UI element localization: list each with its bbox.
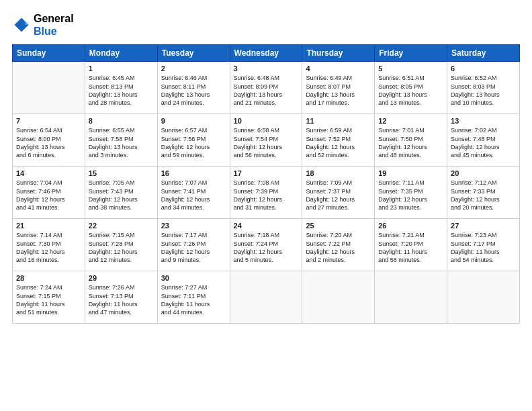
calendar-cell: 25Sunrise: 7:20 AM Sunset: 7:22 PM Dayli… xyxy=(302,219,375,271)
day-info: Sunrise: 7:20 AM Sunset: 7:22 PM Dayligh… xyxy=(306,231,371,264)
day-number: 2 xyxy=(161,64,226,73)
day-info: Sunrise: 7:11 AM Sunset: 7:35 PM Dayligh… xyxy=(378,179,443,212)
calendar-cell: 4Sunrise: 6:49 AM Sunset: 8:07 PM Daylig… xyxy=(302,62,375,114)
day-info: Sunrise: 7:09 AM Sunset: 7:37 PM Dayligh… xyxy=(306,179,371,212)
day-number: 20 xyxy=(451,169,516,177)
calendar-cell: 19Sunrise: 7:11 AM Sunset: 7:35 PM Dayli… xyxy=(375,167,447,219)
day-number: 22 xyxy=(89,222,154,230)
day-info: Sunrise: 7:23 AM Sunset: 7:17 PM Dayligh… xyxy=(451,231,516,264)
day-number: 26 xyxy=(378,222,443,230)
day-number: 3 xyxy=(234,64,299,73)
calendar-cell xyxy=(230,271,302,324)
day-number: 1 xyxy=(89,64,154,73)
weekday-header-thursday: Thursday xyxy=(302,45,375,62)
day-number: 28 xyxy=(16,274,81,282)
day-info: Sunrise: 7:04 AM Sunset: 7:46 PM Dayligh… xyxy=(16,179,81,212)
page: General Blue SundayMondayTuesdayWednesda… xyxy=(0,0,532,411)
day-info: Sunrise: 6:51 AM Sunset: 8:05 PM Dayligh… xyxy=(378,74,443,107)
calendar-cell: 24Sunrise: 7:18 AM Sunset: 7:24 PM Dayli… xyxy=(230,219,302,271)
day-info: Sunrise: 7:18 AM Sunset: 7:24 PM Dayligh… xyxy=(234,231,299,264)
day-number: 30 xyxy=(161,274,226,282)
day-number: 19 xyxy=(378,169,443,177)
header: General Blue xyxy=(12,12,520,38)
day-number: 8 xyxy=(89,117,154,125)
day-number: 16 xyxy=(161,169,226,177)
calendar-table: SundayMondayTuesdayWednesdayThursdayFrid… xyxy=(12,44,520,324)
calendar-cell: 21Sunrise: 7:14 AM Sunset: 7:30 PM Dayli… xyxy=(13,219,85,271)
calendar-cell: 13Sunrise: 7:02 AM Sunset: 7:48 PM Dayli… xyxy=(447,114,520,167)
day-number: 6 xyxy=(451,64,516,73)
calendar-cell xyxy=(13,62,85,114)
day-info: Sunrise: 6:55 AM Sunset: 7:58 PM Dayligh… xyxy=(89,126,154,159)
day-info: Sunrise: 6:58 AM Sunset: 7:54 PM Dayligh… xyxy=(234,126,299,159)
calendar-cell: 28Sunrise: 7:24 AM Sunset: 7:15 PM Dayli… xyxy=(13,271,85,324)
calendar-cell: 9Sunrise: 6:57 AM Sunset: 7:56 PM Daylig… xyxy=(157,114,230,167)
weekday-header-sunday: Sunday xyxy=(13,45,85,62)
calendar-cell xyxy=(302,271,375,324)
day-info: Sunrise: 7:12 AM Sunset: 7:33 PM Dayligh… xyxy=(451,179,516,212)
calendar-cell: 22Sunrise: 7:15 AM Sunset: 7:28 PM Dayli… xyxy=(85,219,157,271)
day-info: Sunrise: 7:24 AM Sunset: 7:15 PM Dayligh… xyxy=(16,283,81,316)
day-info: Sunrise: 7:21 AM Sunset: 7:20 PM Dayligh… xyxy=(378,231,443,264)
weekday-header-monday: Monday xyxy=(85,45,157,62)
day-number: 27 xyxy=(451,222,516,230)
calendar-cell xyxy=(447,271,520,324)
day-number: 14 xyxy=(16,169,81,177)
day-number: 23 xyxy=(161,222,226,230)
calendar-cell: 6Sunrise: 6:52 AM Sunset: 8:03 PM Daylig… xyxy=(447,62,520,114)
day-number: 24 xyxy=(234,222,299,230)
week-row-2: 7Sunrise: 6:54 AM Sunset: 8:00 PM Daylig… xyxy=(13,114,520,167)
day-number: 18 xyxy=(306,169,371,177)
day-info: Sunrise: 7:08 AM Sunset: 7:39 PM Dayligh… xyxy=(234,179,299,212)
calendar-cell: 12Sunrise: 7:01 AM Sunset: 7:50 PM Dayli… xyxy=(375,114,447,167)
calendar-cell xyxy=(375,271,447,324)
calendar-cell: 11Sunrise: 6:59 AM Sunset: 7:52 PM Dayli… xyxy=(302,114,375,167)
day-info: Sunrise: 7:27 AM Sunset: 7:11 PM Dayligh… xyxy=(161,283,226,316)
day-info: Sunrise: 6:48 AM Sunset: 8:09 PM Dayligh… xyxy=(234,74,299,107)
day-info: Sunrise: 7:15 AM Sunset: 7:28 PM Dayligh… xyxy=(89,231,154,264)
weekday-header-wednesday: Wednesday xyxy=(230,45,302,62)
day-number: 11 xyxy=(306,117,371,125)
weekday-header-row: SundayMondayTuesdayWednesdayThursdayFrid… xyxy=(13,45,520,62)
day-number: 13 xyxy=(451,117,516,125)
week-row-1: 1Sunrise: 6:45 AM Sunset: 8:13 PM Daylig… xyxy=(13,62,520,114)
day-info: Sunrise: 6:46 AM Sunset: 8:11 PM Dayligh… xyxy=(161,74,226,107)
weekday-header-tuesday: Tuesday xyxy=(157,45,230,62)
calendar-cell: 17Sunrise: 7:08 AM Sunset: 7:39 PM Dayli… xyxy=(230,167,302,219)
day-info: Sunrise: 7:17 AM Sunset: 7:26 PM Dayligh… xyxy=(161,231,226,264)
calendar-cell: 29Sunrise: 7:26 AM Sunset: 7:13 PM Dayli… xyxy=(85,271,157,324)
calendar-cell: 7Sunrise: 6:54 AM Sunset: 8:00 PM Daylig… xyxy=(13,114,85,167)
logo-icon xyxy=(12,15,31,34)
day-info: Sunrise: 6:49 AM Sunset: 8:07 PM Dayligh… xyxy=(306,74,371,107)
calendar-cell: 16Sunrise: 7:07 AM Sunset: 7:41 PM Dayli… xyxy=(157,167,230,219)
day-number: 15 xyxy=(89,169,154,177)
day-number: 10 xyxy=(234,117,299,125)
day-number: 5 xyxy=(378,64,443,73)
day-info: Sunrise: 7:26 AM Sunset: 7:13 PM Dayligh… xyxy=(89,283,154,316)
calendar-cell: 27Sunrise: 7:23 AM Sunset: 7:17 PM Dayli… xyxy=(447,219,520,271)
day-number: 17 xyxy=(234,169,299,177)
day-number: 4 xyxy=(306,64,371,73)
calendar-cell: 30Sunrise: 7:27 AM Sunset: 7:11 PM Dayli… xyxy=(157,271,230,324)
calendar-cell: 15Sunrise: 7:05 AM Sunset: 7:43 PM Dayli… xyxy=(85,167,157,219)
calendar-cell: 2Sunrise: 6:46 AM Sunset: 8:11 PM Daylig… xyxy=(157,62,230,114)
week-row-4: 21Sunrise: 7:14 AM Sunset: 7:30 PM Dayli… xyxy=(13,219,520,271)
calendar-cell: 1Sunrise: 6:45 AM Sunset: 8:13 PM Daylig… xyxy=(85,62,157,114)
week-row-3: 14Sunrise: 7:04 AM Sunset: 7:46 PM Dayli… xyxy=(13,167,520,219)
day-number: 12 xyxy=(378,117,443,125)
weekday-header-saturday: Saturday xyxy=(447,45,520,62)
day-info: Sunrise: 7:01 AM Sunset: 7:50 PM Dayligh… xyxy=(378,126,443,159)
calendar-cell: 14Sunrise: 7:04 AM Sunset: 7:46 PM Dayli… xyxy=(13,167,85,219)
day-number: 7 xyxy=(16,117,81,125)
day-info: Sunrise: 6:54 AM Sunset: 8:00 PM Dayligh… xyxy=(16,126,81,159)
day-info: Sunrise: 7:14 AM Sunset: 7:30 PM Dayligh… xyxy=(16,231,81,264)
calendar-cell: 10Sunrise: 6:58 AM Sunset: 7:54 PM Dayli… xyxy=(230,114,302,167)
day-info: Sunrise: 6:45 AM Sunset: 8:13 PM Dayligh… xyxy=(89,74,154,107)
weekday-header-friday: Friday xyxy=(375,45,447,62)
logo: General Blue xyxy=(12,12,74,38)
calendar-cell: 20Sunrise: 7:12 AM Sunset: 7:33 PM Dayli… xyxy=(447,167,520,219)
day-info: Sunrise: 6:52 AM Sunset: 8:03 PM Dayligh… xyxy=(451,74,516,107)
day-info: Sunrise: 7:07 AM Sunset: 7:41 PM Dayligh… xyxy=(161,179,226,212)
calendar-cell: 8Sunrise: 6:55 AM Sunset: 7:58 PM Daylig… xyxy=(85,114,157,167)
week-row-5: 28Sunrise: 7:24 AM Sunset: 7:15 PM Dayli… xyxy=(13,271,520,324)
